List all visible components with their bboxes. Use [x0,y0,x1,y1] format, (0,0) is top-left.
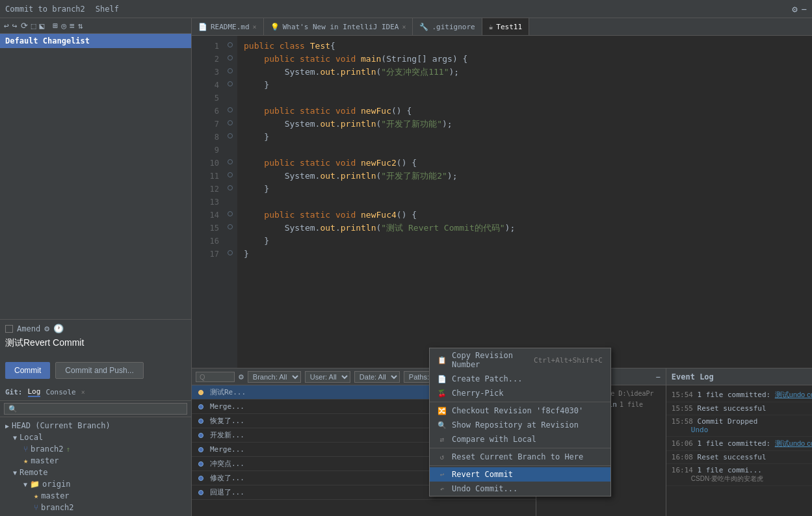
amend-settings-icon[interactable]: ⚙ [44,324,49,333]
amend-checkbox[interactable] [5,325,13,333]
gitignore-icon: 🔧 [419,23,428,31]
test11-icon: ☕ [489,23,493,31]
layout-icon[interactable]: ⊞ [53,21,58,31]
console-tab[interactable]: Console [46,388,75,396]
branch2-remote-item[interactable]: ⑂ branch2 [0,502,191,513]
log-search-input[interactable] [196,372,235,382]
create-patch-label: Create Patch... [452,374,603,383]
ctx-divider-1 [430,402,610,402]
reset-branch-label: Reset Current Branch to Here [452,452,603,461]
commit-area: Amend ⚙ 🕐 测试Revert Commit [0,319,191,358]
readme-icon: 📄 [198,23,207,31]
console-close[interactable]: × [81,389,85,396]
git-log-panel: ⚙ Branch: All User: All Date: All [192,368,536,516]
head-item[interactable]: ▶ HEAD (Current Branch) [0,420,191,432]
compare-local-icon: ⇄ [438,435,447,444]
date-select[interactable]: Date: All [354,371,400,383]
compare-local-label: Compare with Local [452,435,603,444]
git-search-input[interactable] [4,403,187,415]
undo-icon[interactable]: ↩ [4,21,9,31]
sort-icon[interactable]: ⇅ [78,21,83,31]
tabs-bar: 📄 README.md × 💡 What's New in IntelliJ I… [192,18,812,36]
changelist-header[interactable]: Default Changelist [0,34,191,48]
copy-revision-icon: 📋 [438,356,447,365]
ctx-compare-local[interactable]: ⇄ Compare with Local [430,432,610,446]
gutter [224,36,237,368]
event-link-4[interactable]: 测试undo commit [775,439,812,447]
branch2-label: branch2 [31,445,64,454]
event-text-6: 1 file commi... [698,466,762,474]
branch-remote-icon: ⑂ [34,503,38,512]
context-menu: 📋 Copy Revision Number Ctrl+Alt+Shift+C … [429,348,611,497]
commit-push-button[interactable]: Commit and Push... [55,362,143,379]
branch-select[interactable]: Branch: All [248,371,301,383]
push-arrow-icon: ↑ [66,445,71,454]
origin-item[interactable]: ▼ 📁 origin [0,478,191,490]
list-icon[interactable]: ≡ [70,21,75,31]
copy-revision-shortcut: Ctrl+Alt+Shift+C [534,356,603,365]
revert-commit-label: Revert Commit [452,470,603,479]
master-remote-item[interactable]: ★ master [0,490,191,502]
log-tab[interactable]: Log [28,387,41,397]
log-dot-1 [198,390,203,395]
remote-item[interactable]: ▼ Remote [0,467,191,478]
origin-label: origin [42,480,70,489]
refresh-icon[interactable]: ⟳ [21,21,28,31]
ctx-copy-revision[interactable]: 📋 Copy Revision Number Ctrl+Alt+Shift+C [430,348,610,372]
show-repo-icon: 🔍 [438,421,447,430]
event-entry-5: 16:08 Reset successful [666,451,812,464]
ctx-undo-commit[interactable]: ↶ Undo Commit... [430,482,610,496]
ctx-cherry-pick[interactable]: 🍒 Cherry-Pick [430,386,610,400]
ctx-divider-3 [430,465,610,466]
ctx-reset-branch[interactable]: ↺ Reset Current Branch to Here [430,450,610,464]
show-repo-label: Show Repository at Revision [452,420,603,430]
star-icon: ★ [23,456,28,465]
ctx-checkout[interactable]: 🔀 Checkout Revision 'f8cf4030' [430,404,610,418]
ctx-revert-commit[interactable]: ↩ Revert Commit [430,467,610,482]
ctx-create-patch[interactable]: 📄 Create Patch... [430,372,610,386]
amend-clock-icon[interactable]: 🕐 [53,324,64,333]
event-time-2: 15:55 [672,404,693,413]
event-text-4: 1 file committed: 测试undo commit [698,439,812,448]
git-panel: Git: Log Console × ▶ HEAD (Current Branc… [0,384,192,516]
left-toolbar: ↩ ↪ ⟳ ⬚ ⬕ ⊞ ◎ ≡ ⇅ [0,18,191,34]
whats-new-close[interactable]: × [402,23,406,31]
user-select[interactable]: User: All [305,371,350,383]
settings-icon[interactable]: ⚙ [792,4,797,14]
undo-link[interactable]: Undo [672,426,812,434]
readme-close[interactable]: × [253,23,257,31]
tab-gitignore[interactable]: 🔧 .gitignore [413,18,482,35]
git-search [0,401,191,417]
tab-whats-new[interactable]: 💡 What's New in IntelliJ IDEA × [264,18,413,35]
tab-readme[interactable]: 📄 README.md × [192,18,264,35]
top-bar-shelf[interactable]: Shelf [96,5,119,14]
log-dot-8 [198,490,203,495]
checkout-label: Checkout Revision 'f8cf4030' [452,406,603,415]
log-dot-6 [198,461,203,467]
redo-icon[interactable]: ↪ [12,21,18,31]
commit-buttons: Commit Commit and Push... [0,358,191,384]
tab-test11[interactable]: ☕ Test11 [482,18,529,35]
master-local-item[interactable]: ★ master [0,455,191,467]
line-numbers: 12345 678910 1112131415 1617 [192,36,224,368]
expand-icon[interactable]: ⬕ [39,21,44,31]
commit-button[interactable]: Commit [5,362,50,379]
top-bar-title: Commit to branch2 [5,5,85,14]
local-item[interactable]: ▼ Local [0,432,191,443]
git-tree: ▶ HEAD (Current Branch) ▼ Local ⑂ branch… [0,417,191,516]
event-link-1[interactable]: 测试undo commit [775,391,812,398]
file-tree-minimize-icon[interactable]: − [656,372,661,381]
minimize-icon[interactable]: − [802,4,807,14]
event-text-3: Commit Dropped [698,417,758,426]
log-dot-5 [198,447,203,452]
view-icon[interactable]: ◎ [61,21,66,31]
log-settings-icon[interactable]: ⚙ [239,372,244,381]
src-java-badge: 1 file [620,401,643,408]
remote-label: Remote [20,468,47,477]
diff-icon[interactable]: ⬚ [31,21,36,31]
ctx-show-repo[interactable]: 🔍 Show Repository at Revision [430,418,610,432]
readme-label: README.md [211,23,250,31]
undo-commit-label: Undo Commit... [452,484,603,493]
top-bar-icons: ⚙ − [792,4,807,14]
branch2-item[interactable]: ⑂ branch2 ↑ [0,443,191,455]
